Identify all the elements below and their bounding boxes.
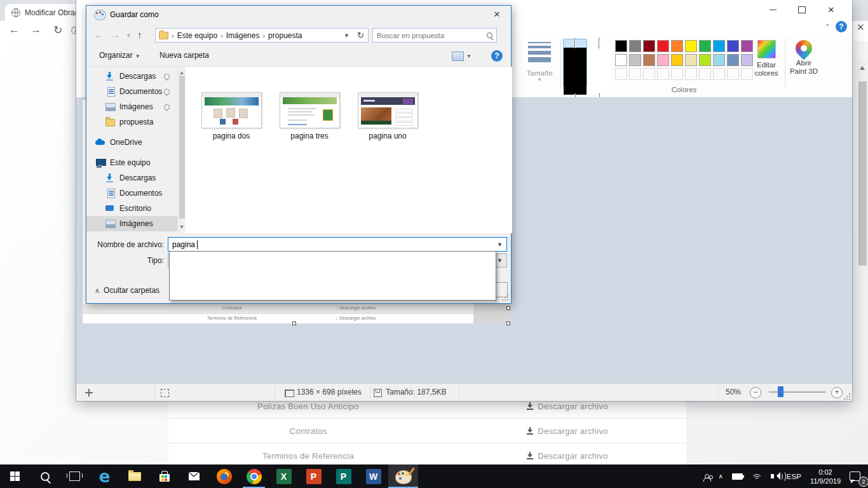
- palette-swatch-r2c2[interactable]: [629, 54, 641, 66]
- palette-swatch-r1c5[interactable]: [671, 40, 683, 52]
- palette-swatch-r1c2[interactable]: [629, 40, 641, 52]
- close-button[interactable]: ✕: [817, 0, 846, 19]
- nav-item-onedrive[interactable]: OneDrive: [86, 135, 177, 150]
- network-button[interactable]: [747, 464, 766, 488]
- chevron-down-icon[interactable]: ▼: [497, 257, 503, 264]
- taskbar-powerpoint[interactable]: P: [299, 464, 329, 488]
- scroll-up-icon[interactable]: [860, 64, 865, 70]
- zoom-out-button[interactable]: −: [750, 387, 761, 398]
- color2-button[interactable]: Color 2: [587, 39, 611, 87]
- palette-swatch-r1c7[interactable]: [699, 40, 711, 52]
- download-link[interactable]: Descargar archivo: [448, 402, 686, 411]
- breadcrumb[interactable]: › Este equipo › Imágenes › propuesta ▼: [155, 28, 354, 43]
- palette-swatch-r2c3[interactable]: [643, 54, 655, 66]
- chevron-down-icon[interactable]: ▼: [497, 241, 503, 248]
- canvas-resize-handle-corner[interactable]: [506, 322, 510, 325]
- breadcrumb-segment[interactable]: propuesta: [268, 31, 302, 40]
- recent-locations-icon[interactable]: ▼: [126, 32, 132, 39]
- zoom-in-button[interactable]: +: [831, 387, 843, 398]
- new-folder-button[interactable]: Nueva carpeta: [159, 51, 209, 60]
- show-hidden-icons-button[interactable]: ∧: [714, 464, 728, 488]
- taskbar-chrome[interactable]: [239, 464, 269, 488]
- palette-swatch-r2c6[interactable]: [685, 54, 697, 66]
- palette-swatch-r2c9[interactable]: [727, 54, 739, 66]
- action-center-button[interactable]: 2: [845, 464, 868, 488]
- palette-swatch-r3c9[interactable]: [727, 68, 739, 80]
- palette-swatch-r2c5[interactable]: [671, 54, 683, 66]
- start-button[interactable]: [0, 464, 30, 488]
- minimize-button[interactable]: [758, 0, 787, 19]
- paint-help-button[interactable]: ?: [836, 21, 847, 32]
- nav-item-documentos-pinned[interactable]: Documentos: [86, 84, 177, 99]
- download-link[interactable]: Descargar archivo: [448, 426, 686, 436]
- file-item[interactable]: pagina tres: [276, 92, 342, 140]
- browser-reload-icon[interactable]: ↻: [53, 24, 62, 37]
- palette-swatch-r1c4[interactable]: [657, 40, 669, 52]
- taskbar-publisher[interactable]: P: [329, 464, 358, 488]
- palette-swatch-r2c4[interactable]: [657, 54, 669, 66]
- scrollbar-thumb[interactable]: [179, 76, 185, 219]
- nav-item-imagenes-selected[interactable]: Imágenes: [86, 216, 177, 231]
- nav-scrollbar[interactable]: [177, 67, 186, 233]
- download-link[interactable]: Descargar archivo: [448, 451, 686, 461]
- palette-swatch-r1c1[interactable]: [615, 40, 627, 52]
- file-item[interactable]: pagina uno: [355, 92, 421, 140]
- maximize-button[interactable]: [787, 0, 817, 19]
- nav-item-descargas[interactable]: Descargas: [86, 170, 177, 186]
- collapse-ribbon-icon[interactable]: ⌃: [825, 23, 831, 31]
- scroll-down-icon[interactable]: [180, 226, 184, 231]
- palette-swatch-r2c7[interactable]: [699, 54, 711, 66]
- palette-swatch-r2c1[interactable]: [615, 54, 627, 66]
- view-mode-icon[interactable]: [452, 51, 464, 61]
- dialog-close-button[interactable]: ✕: [483, 6, 511, 24]
- palette-swatch-r3c1[interactable]: [615, 68, 627, 80]
- palette-swatch-r3c2[interactable]: [629, 68, 641, 80]
- nav-item-documentos[interactable]: Documentos: [86, 186, 177, 201]
- taskbar-paint-active[interactable]: [388, 464, 418, 488]
- palette-swatch-r3c3[interactable]: [643, 68, 655, 80]
- nav-item-descargas-pinned[interactable]: Descargas: [86, 69, 177, 84]
- task-view-button[interactable]: [60, 464, 90, 488]
- browser-forward-icon[interactable]: →: [31, 24, 41, 36]
- hide-folders-button[interactable]: ∧Ocultar carpetas: [95, 286, 159, 295]
- breadcrumb-segment[interactable]: Imágenes: [226, 31, 260, 40]
- taskbar-mail[interactable]: [179, 464, 209, 488]
- dialog-help-button[interactable]: ?: [491, 50, 503, 62]
- language-indicator[interactable]: ESP: [782, 464, 806, 488]
- palette-swatch-r3c4[interactable]: [657, 68, 669, 80]
- forward-icon[interactable]: →: [111, 29, 120, 40]
- palette-swatch-r1c3[interactable]: [643, 40, 655, 52]
- browser-back-icon[interactable]: ←: [9, 24, 20, 36]
- organize-button[interactable]: Organizar▼: [99, 51, 140, 60]
- color1-button[interactable]: Color 1: [563, 39, 587, 87]
- canvas-resize-handle-right[interactable]: [506, 306, 510, 310]
- scroll-up-icon[interactable]: [180, 69, 184, 74]
- zoom-slider-handle[interactable]: [778, 386, 783, 397]
- back-icon[interactable]: ←: [94, 29, 104, 40]
- nav-item-imagenes-pinned[interactable]: Imágenes: [86, 99, 177, 114]
- view-mode-dropdown-icon[interactable]: ▼: [466, 53, 471, 59]
- search-box[interactable]: Buscar en propuesta: [372, 28, 497, 43]
- breadcrumb-dropdown-icon[interactable]: ▼: [344, 32, 349, 39]
- people-button[interactable]: [700, 464, 714, 488]
- window-resize-grip[interactable]: [844, 393, 850, 400]
- refresh-button[interactable]: ↻: [353, 28, 369, 43]
- battery-button[interactable]: [728, 464, 747, 488]
- canvas-resize-handle-bottom[interactable]: [292, 322, 296, 325]
- palette-swatch-r2c8[interactable]: [713, 54, 725, 66]
- clock[interactable]: 0:02 11/9/2019: [806, 464, 845, 488]
- palette-swatch-r1c9[interactable]: [727, 40, 739, 52]
- palette-swatch-r3c5[interactable]: [671, 68, 683, 80]
- size-button[interactable]: Tamaño ▼: [521, 38, 558, 94]
- edit-colors-button[interactable]: Editar colores: [750, 38, 783, 78]
- palette-swatch-r1c8[interactable]: [713, 40, 725, 52]
- taskbar-firefox[interactable]: [209, 464, 239, 488]
- taskbar-word[interactable]: W: [358, 464, 388, 488]
- taskbar-edge[interactable]: e: [90, 464, 119, 488]
- dialog-resize-grip[interactable]: [502, 294, 508, 301]
- filename-input[interactable]: pagina ▼: [168, 237, 507, 252]
- nav-item-escritorio[interactable]: Escritorio: [86, 201, 177, 216]
- taskbar-store[interactable]: [149, 464, 179, 488]
- breadcrumb-segment[interactable]: Este equipo: [177, 31, 217, 40]
- browser-close-icon[interactable]: ✕: [857, 22, 865, 33]
